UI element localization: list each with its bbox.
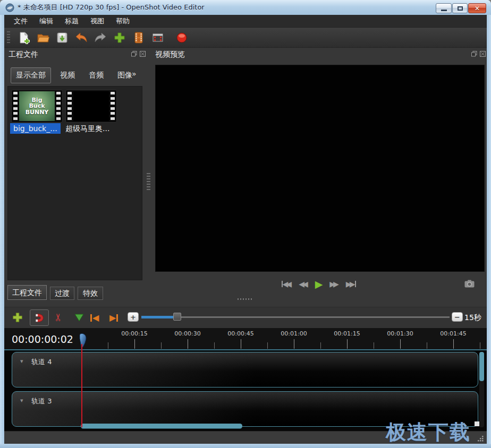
timeline-ruler[interactable]: 00:00:00:02 00:00:15 00:00:30 00:00:45 0… (4, 328, 487, 350)
menu-view[interactable]: 视图 (84, 15, 110, 28)
slider-fill (141, 316, 177, 318)
fullscreen-icon (151, 32, 164, 44)
film-holes (13, 92, 18, 120)
transport-controls: ◀◀ ◀◀ ▶ ▶▶ ▶▶ (266, 277, 372, 291)
maximize-icon (458, 6, 463, 11)
snapshot-button[interactable] (464, 280, 475, 290)
float-panel-icon[interactable] (471, 50, 477, 57)
project-panel-title: 工程文件 (9, 50, 38, 59)
track-3-label: 轨道 3 (31, 397, 52, 406)
export-video-button[interactable] (174, 30, 190, 46)
timeline-toolbar: ✂ ◀ ▶ + − 15秒 (4, 307, 487, 328)
rewind-button[interactable]: ◀◀ (299, 280, 308, 288)
add-track-button[interactable] (12, 312, 23, 323)
film-holes (56, 92, 61, 120)
menu-file[interactable]: 文件 (8, 15, 33, 28)
minimize-icon (441, 10, 447, 11)
filter-audio[interactable]: 音频 (84, 68, 108, 83)
title-bar[interactable]: * 未命名项目 [HD 720p 30 fps] - OpenShot Vide… (0, 0, 491, 15)
film-holes (67, 92, 72, 120)
fullscreen-button[interactable] (150, 30, 166, 46)
openshot-window: * 未命名项目 [HD 720p 30 fps] - OpenShot Vide… (0, 0, 491, 448)
watermark-badge (475, 421, 479, 426)
file-thumbnail-mario[interactable] (65, 90, 117, 123)
ruler-tick (374, 342, 374, 349)
ruler-tick (188, 339, 188, 349)
jump-to-start-button[interactable]: ◀◀ (282, 280, 292, 288)
ruler-label: 00:01:45 (431, 330, 476, 337)
scissors-icon: ✂ (52, 313, 64, 322)
zoom-in-button[interactable]: + (128, 312, 139, 322)
video-preview-screen[interactable] (155, 65, 485, 272)
file-filter-tabs: 显示全部 视频 音频 图像 (11, 67, 141, 83)
open-project-button[interactable] (35, 30, 51, 46)
dock-tab-project-files[interactable]: 工程文件 (7, 285, 47, 300)
toolbar-grip[interactable] (7, 31, 10, 44)
next-marker-button[interactable]: ▶ (109, 313, 118, 323)
redo-icon (94, 31, 107, 44)
undo-button[interactable] (73, 30, 89, 46)
menu-title[interactable]: 标题 (59, 15, 84, 28)
zoom-out-button[interactable]: − (452, 312, 463, 322)
chevron-down-icon[interactable]: ▾ (20, 398, 23, 403)
timeline-zoom-slider[interactable] (141, 316, 450, 318)
razor-tool-button[interactable]: ✂ (54, 312, 62, 323)
save-project-button[interactable] (54, 30, 70, 46)
window-frame-left (0, 15, 4, 444)
camera-icon (464, 280, 475, 288)
ruler-tick (161, 342, 162, 349)
filter-overflow-chevron[interactable]: » (132, 70, 137, 78)
undo-icon (74, 31, 88, 44)
current-time-display: 00:00:00:02 (12, 333, 73, 345)
slider-handle[interactable] (173, 313, 181, 321)
panel-splitter-vertical[interactable] (145, 49, 152, 280)
playhead-line[interactable] (81, 344, 82, 427)
choose-profile-button[interactable] (131, 30, 147, 46)
menu-help[interactable]: 帮助 (110, 15, 136, 28)
redo-button[interactable] (92, 30, 108, 46)
preview-panel-title: 视频预览 (155, 50, 185, 59)
jump-to-end-button[interactable]: ▶▶ (346, 280, 357, 288)
snapping-toggle-button[interactable] (30, 309, 49, 326)
project-panel-controls (131, 50, 146, 57)
play-button[interactable]: ▶ (315, 279, 323, 289)
fast-forward-button[interactable]: ▶▶ (329, 280, 339, 288)
file-thumbnail-big-buck[interactable]: Big Buck BUNNY (11, 90, 63, 123)
app-logo-icon (5, 3, 14, 12)
maximize-button[interactable] (452, 3, 468, 13)
thumbnail-caption: Big Buck BUNNY (23, 97, 51, 116)
close-panel-icon[interactable] (479, 50, 486, 57)
add-marker-button[interactable] (74, 313, 84, 322)
marker-icon (74, 313, 84, 322)
menu-edit[interactable]: 编辑 (33, 15, 59, 28)
timeline-horizontal-scrollbar[interactable] (81, 424, 242, 428)
scrollbar-thumb[interactable] (479, 352, 484, 381)
filter-show-all[interactable]: 显示全部 (11, 67, 51, 83)
ruler-tick (134, 339, 135, 349)
import-files-button[interactable] (112, 30, 128, 46)
main-toolbar (4, 28, 487, 48)
chevron-down-icon[interactable]: ▾ (20, 358, 23, 364)
ruler-tick (294, 339, 294, 349)
dock-tab-transitions[interactable]: 过渡 (50, 287, 74, 300)
minimize-button[interactable] (436, 3, 452, 13)
filter-video[interactable]: 视频 (55, 68, 80, 83)
ruler-label: 00:01:00 (272, 330, 316, 337)
track-4-label: 轨道 4 (31, 357, 52, 367)
project-files-list[interactable]: Big Buck BUNNY big_buck_... 超级马里奥... (7, 86, 142, 280)
playhead-marker[interactable] (78, 333, 87, 348)
close-button[interactable]: ✕ (468, 3, 486, 13)
file-label-big-buck[interactable]: big_buck_... (10, 123, 61, 134)
tracks-vertical-scrollbar[interactable] (479, 352, 484, 427)
file-label-mario[interactable]: 超级马里奥... (65, 124, 109, 134)
new-project-button[interactable] (16, 30, 32, 46)
float-panel-icon[interactable] (131, 50, 137, 57)
previous-marker-button[interactable]: ◀ (90, 313, 99, 323)
film-holes (111, 92, 115, 120)
open-project-icon (37, 31, 49, 44)
panel-splitter-horizontal[interactable] (238, 298, 252, 300)
resize-grip[interactable] (477, 435, 484, 442)
ruler-tick (453, 339, 454, 349)
ruler-label: 00:01:30 (378, 330, 422, 337)
dock-tab-effects[interactable]: 特效 (78, 287, 103, 300)
